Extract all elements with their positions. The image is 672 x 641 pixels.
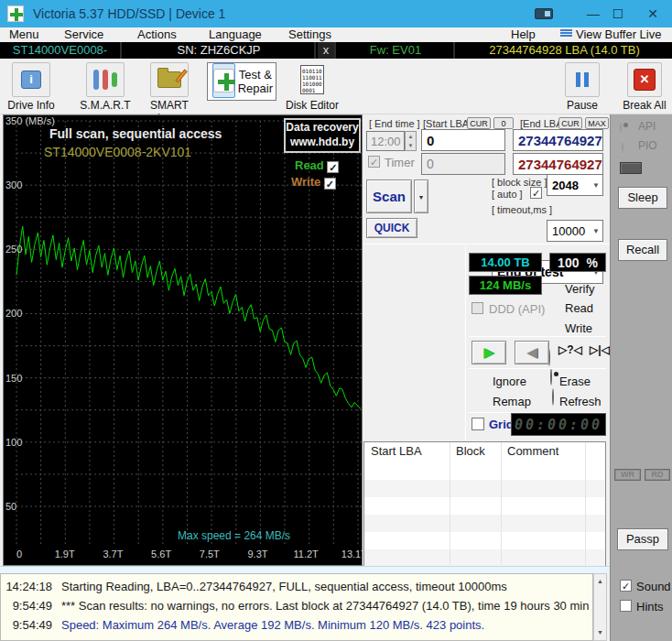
table-row[interactable] [364, 497, 605, 515]
menu-item-help[interactable]: Help [511, 27, 536, 42]
menu-item-actions[interactable]: Actions [137, 27, 177, 42]
log-row[interactable]: 9:54:49Speed: Maximum 264 MB/s. Average … [1, 615, 592, 635]
end-lba-input[interactable] [513, 129, 603, 151]
scan-dropdown-button[interactable]: ▼ [414, 179, 428, 213]
table-row[interactable] [364, 480, 605, 497]
log-row[interactable]: 14:24:18Starting Reading, LBA=0..2734476… [1, 577, 592, 596]
table-row[interactable] [364, 532, 605, 549]
timer-checkbox[interactable]: ✓ [368, 156, 380, 168]
seek-question-button[interactable]: ▷?◁ [558, 343, 582, 362]
drive-info-bar: ST14000VE0008-2KV101 SN: ZHZ6CKJP x Fw: … [0, 42, 672, 59]
start-lba-cur-button[interactable]: CUR [467, 117, 491, 129]
log-scrollbar[interactable]: ▲ ▼ [593, 573, 607, 641]
table-row[interactable] [364, 515, 605, 532]
col-comment: Comment [507, 442, 558, 461]
x-axis-tick: 7.5T [200, 549, 220, 560]
toolbar: i Drive Info S.M.A.R.T SMART Logs Test &… [0, 59, 672, 114]
menu-bar: Menu Service Actions Language Settings H… [0, 27, 672, 42]
tray-icon[interactable] [535, 8, 553, 19]
timeout-select[interactable]: 10000▼ [547, 220, 603, 242]
percent-display: 100% [549, 253, 606, 272]
pause-button[interactable]: Pause [560, 62, 604, 112]
table-row[interactable] [364, 462, 605, 480]
log-time: 9:54:49 [5, 596, 52, 615]
play-icon: ▶ [483, 344, 494, 360]
hints-checkbox[interactable] [620, 600, 632, 612]
test-repair-button[interactable]: Test & Repair [207, 62, 276, 101]
write-legend: Write ✓ [291, 175, 336, 190]
rewind-icon: ◀ [526, 344, 537, 360]
recall-button[interactable]: Recall [618, 239, 667, 261]
y-axis-tick: 350 (MB/s) [5, 115, 55, 126]
end-time-input[interactable] [366, 131, 405, 151]
quick-button[interactable]: QUICK [366, 218, 417, 238]
remap-label: Remap [493, 395, 531, 408]
write-radio[interactable] [552, 388, 554, 406]
remaining-lba-field [513, 153, 603, 175]
scan-button[interactable]: Scan [366, 179, 412, 213]
right-sidebar: API PIO Sleep Recall WR RD Passp [610, 114, 672, 570]
capacity-display: 14.00 TB [469, 253, 542, 272]
drive-info-button[interactable]: i Drive Info [4, 62, 59, 112]
menu-item-menu[interactable]: Menu [9, 27, 39, 42]
read-radio[interactable] [550, 368, 552, 386]
start-lba-zero-button[interactable]: 0 [493, 117, 514, 129]
y-axis-tick: 200 [5, 308, 22, 319]
end-time-label: [ End time ] [369, 118, 420, 129]
drive-serial: SN: ZHZ6CKJP [124, 42, 316, 59]
col-start-lba: Start LBA [371, 442, 422, 461]
play-button[interactable]: ▶ [471, 341, 506, 364]
drive-model[interactable]: ST14000VE0008-2KV101 [0, 42, 122, 59]
break-all-button[interactable]: ✕ Break All [619, 62, 670, 112]
pause-icon [566, 63, 599, 96]
table-row[interactable] [364, 549, 605, 567]
activity-led [620, 162, 642, 174]
start-lba-input[interactable] [421, 129, 505, 151]
write-checkbox[interactable]: ✓ [324, 178, 336, 190]
smart-button[interactable]: S.M.A.R.T [75, 62, 135, 112]
api-radio[interactable] [620, 119, 622, 136]
bottom-right-panel: ✓ Sound Hints [610, 570, 672, 641]
menu-item-view-buffer-live[interactable]: View Buffer Live [576, 27, 661, 42]
test-repair-cross-icon [213, 64, 234, 97]
block-size-select[interactable]: 2048▼ [547, 174, 603, 196]
maximize-button[interactable]: ☐ [606, 5, 630, 23]
end-lba-cur-button[interactable]: CUR [558, 117, 582, 129]
seek-end-button[interactable]: ▷|◁ [588, 343, 612, 362]
verify-label: Verify [565, 282, 595, 296]
menu-item-language[interactable]: Language [209, 27, 262, 42]
scroll-down-icon[interactable]: ▼ [594, 626, 606, 639]
sleep-button[interactable]: Sleep [618, 187, 667, 209]
menu-item-settings[interactable]: Settings [288, 27, 331, 42]
close-button[interactable]: ✕ [641, 5, 665, 23]
x-axis-tick: 5.6T [151, 549, 171, 560]
auto-checkbox[interactable]: ✓ [530, 187, 542, 199]
log-time: 9:54:49 [5, 615, 52, 635]
grid-label: Grid [489, 418, 514, 431]
minimize-button[interactable]: — [581, 5, 605, 23]
x-axis-tick: 11.2T [294, 549, 319, 560]
grid-checkbox[interactable] [471, 418, 484, 430]
ddd-label: DDD (API) [489, 302, 545, 316]
end-lba-max-button[interactable]: MAX [585, 117, 609, 129]
speed-display: 124 MB/s [469, 276, 542, 295]
sound-checkbox[interactable]: ✓ [620, 580, 632, 592]
pio-radio[interactable] [622, 138, 623, 156]
ddd-checkbox[interactable] [471, 302, 483, 314]
rd-button[interactable]: RD [645, 469, 670, 481]
scroll-up-icon[interactable]: ▲ [594, 575, 606, 588]
y-axis-tick: 300 [5, 179, 22, 190]
read-checkbox[interactable]: ✓ [327, 161, 339, 173]
end-time-spinner[interactable]: ▲▼ [405, 131, 417, 151]
rewind-button[interactable]: ◀ [515, 341, 549, 364]
log-splitter[interactable] [0, 566, 610, 573]
disk-editor-button[interactable]: 010110 110011 101000 0001 Disk Editor [282, 62, 342, 112]
menu-item-service[interactable]: Service [64, 27, 103, 42]
sound-label: Sound [636, 580, 671, 593]
wr-button[interactable]: WR [614, 469, 641, 481]
passp-button[interactable]: Passp [617, 528, 668, 550]
drive-tab-close-button[interactable]: x [318, 42, 336, 59]
log-panel[interactable]: 14:24:18Starting Reading, LBA=0..2734476… [0, 573, 593, 641]
log-row[interactable]: 9:54:49*** Scan results: no warnings, no… [1, 596, 592, 615]
defect-table[interactable]: Start LBA Block Comment [363, 441, 606, 566]
